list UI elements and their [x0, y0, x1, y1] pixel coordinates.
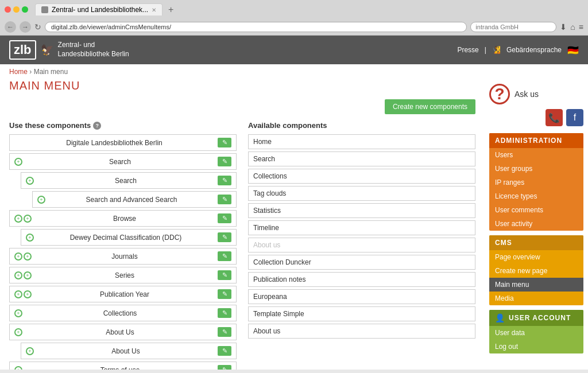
component-label: About Us [37, 347, 214, 355]
expand-icon[interactable]: + [24, 252, 32, 261]
site-header: zlb 🦅 Zentral- und Landesbibliothek Berl… [0, 36, 588, 64]
licence-types-link[interactable]: Licence types [489, 189, 583, 203]
component-label: Publication Year [35, 290, 214, 298]
users-link[interactable]: Users [489, 148, 583, 162]
reload-button[interactable]: ↻ [34, 22, 41, 32]
maximize-dot[interactable] [22, 6, 28, 13]
header-right: Presse | 🧏 Gebärdensprache 🇩🇪 [457, 45, 579, 56]
log-out-link[interactable]: Log out [489, 340, 583, 353]
user-activity-link[interactable]: User activity [489, 217, 583, 231]
expand-icon[interactable]: + [14, 158, 22, 166]
user-comments-link[interactable]: User comments [489, 203, 583, 217]
expand-icon[interactable]: + [37, 196, 45, 204]
edit-button[interactable]: ✎ [218, 346, 231, 356]
component-label: Search [37, 177, 214, 185]
question-mark-icon: ? [489, 84, 510, 104]
edit-button[interactable]: ✎ [218, 213, 231, 223]
edit-button[interactable]: ✎ [218, 289, 231, 299]
component-label: Journals [35, 252, 214, 261]
component-label: Browse [35, 215, 214, 223]
component-row: + + Browse ✎ [9, 210, 237, 227]
edit-button[interactable]: ✎ [218, 365, 231, 370]
logo-zlb: zlb [9, 40, 36, 60]
edit-button[interactable]: ✎ [218, 232, 231, 242]
logo-subtitle: Zentral- und Landesbibliothek Berlin [58, 41, 129, 59]
close-dot[interactable] [5, 6, 11, 13]
breadcrumb-separator: › [29, 68, 32, 76]
cms-box: CMS Page overview Create new page Main m… [489, 235, 583, 305]
expand-icon[interactable]: + [24, 290, 32, 298]
component-label: Digitale Landesbibliothek Berlin [14, 139, 214, 147]
user-icon: 👤 [495, 313, 505, 323]
available-item: Collections [248, 169, 475, 184]
help-icon[interactable]: ? [93, 122, 101, 130]
main-menu-link[interactable]: Main menu [489, 278, 583, 292]
component-row: + Dewey Decimal Classification (DDC) ✎ [21, 229, 237, 246]
edit-button[interactable]: ✎ [218, 157, 231, 166]
component-row: + About Us ✎ [9, 324, 237, 340]
sidebar: ? Ask us 📞 f ADMINISTRATION Users User g… [485, 79, 588, 370]
component-label: Series [35, 271, 214, 279]
available-item: About us [248, 324, 475, 339]
expand-icon[interactable]: + [14, 366, 22, 370]
presse-link[interactable]: Presse [457, 46, 478, 54]
component-row: + About Us ✎ [21, 343, 237, 359]
new-tab-button[interactable]: + [166, 5, 176, 15]
ip-ranges-link[interactable]: IP ranges [489, 176, 583, 189]
available-item: Search [248, 151, 475, 166]
component-row: Digitale Landesbibliothek Berlin ✎ [9, 134, 237, 151]
expand-icon[interactable]: + [26, 177, 34, 185]
expand-icon[interactable]: + [14, 328, 22, 336]
component-label: Collections [26, 309, 214, 317]
expand-icon[interactable]: + [14, 290, 22, 298]
address-bar[interactable]: digital.zlb.de/viewer/adminCmsMenuItems/ [45, 22, 467, 32]
download-icon[interactable]: ⬇ [560, 22, 567, 32]
expand-icon[interactable]: + [14, 252, 22, 261]
tab-close-icon[interactable]: ✕ [152, 7, 156, 13]
breadcrumb-current: Main menu [34, 68, 68, 76]
edit-button[interactable]: ✎ [218, 308, 231, 318]
available-item: About us [248, 238, 475, 252]
expand-icon[interactable]: + [14, 215, 22, 223]
expand-icon[interactable]: + [26, 234, 34, 242]
user-account-title: 👤 USER ACCOUNT [489, 310, 583, 326]
edit-button[interactable]: ✎ [218, 195, 231, 204]
expand-icon[interactable]: + [24, 215, 32, 223]
back-button[interactable]: ← [5, 21, 16, 33]
use-these-components-column: Use these components ? Digitale Landesbi… [9, 121, 237, 370]
header-separator: | [485, 46, 486, 54]
user-data-link[interactable]: User data [489, 326, 583, 340]
page-overview-link[interactable]: Page overview [489, 250, 583, 264]
gebaerdensprache-link[interactable]: Gebärdensprache [506, 46, 562, 54]
edit-button[interactable]: ✎ [218, 138, 231, 147]
breadcrumb-home[interactable]: Home [9, 68, 28, 76]
component-row: + Collections ✎ [9, 305, 237, 321]
menu-icon[interactable]: ≡ [579, 22, 583, 32]
available-item: Publication notes [248, 272, 475, 287]
expand-icon[interactable]: + [24, 271, 32, 279]
edit-button[interactable]: ✎ [218, 270, 231, 280]
forward-button[interactable]: → [20, 21, 31, 33]
available-item: Statistics [248, 203, 475, 218]
minimize-dot[interactable] [13, 6, 20, 13]
component-row: + Search and Advanced Search ✎ [32, 191, 237, 208]
edit-button[interactable]: ✎ [218, 176, 231, 185]
home-icon[interactable]: ⌂ [570, 22, 575, 32]
create-components-button[interactable]: Create new components [385, 99, 475, 114]
user-groups-link[interactable]: User groups [489, 162, 583, 176]
expand-icon[interactable]: + [26, 347, 34, 355]
expand-icon[interactable]: + [14, 309, 22, 317]
create-new-page-link[interactable]: Create new page [489, 264, 583, 278]
media-link[interactable]: Media [489, 292, 583, 305]
phone-icon[interactable]: 📞 [546, 109, 563, 126]
breadcrumb: Home › Main menu [0, 64, 588, 79]
expand-icon[interactable]: + [14, 271, 22, 279]
component-row: + + Publication Year ✎ [9, 286, 237, 302]
edit-button[interactable]: ✎ [218, 251, 231, 261]
cms-title: CMS [489, 235, 583, 250]
facebook-icon[interactable]: f [566, 109, 583, 126]
gebaerdensprache-icon: 🧏 [492, 46, 501, 54]
edit-button[interactable]: ✎ [218, 327, 231, 337]
browser-tab[interactable]: Zentral- und Landesbibliothek... ✕ [35, 3, 163, 15]
browser-search-input[interactable] [470, 22, 556, 32]
